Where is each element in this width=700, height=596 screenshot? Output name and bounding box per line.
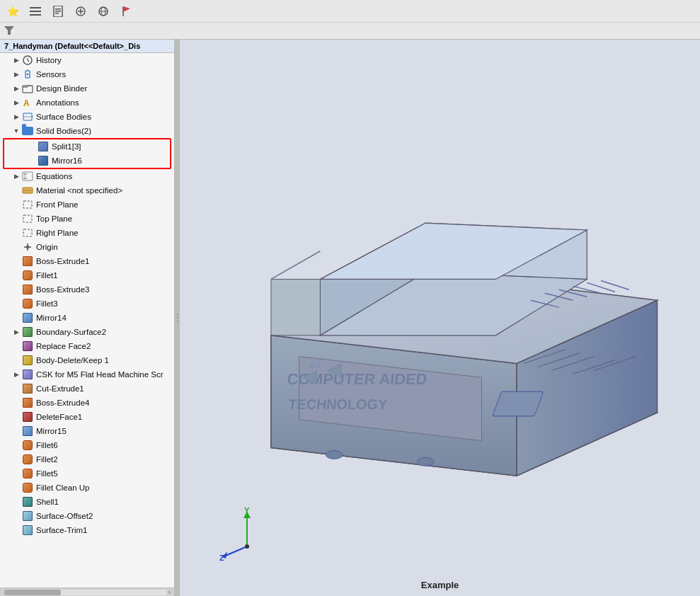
sidebar-item-design-binder[interactable]: Design Binder [0,81,174,96]
3d-viewport[interactable]: COMPUTER AIDED TECHNOLOGY 44 [180,40,700,596]
document-title: 7_Handyman (Default<<Default>_Dis [0,40,174,53]
sidebar-item-label: Sensors [36,70,173,79]
sidebar-item-history[interactable]: History [0,53,174,67]
coordinate-axes: Z Y [219,508,261,557]
sidebar-item-label: Boss-Extrude3 [36,285,173,294]
sidebar-item-label: DeleteFace1 [36,413,173,421]
sidebar-item-shell1[interactable]: Shell1 [0,495,174,509]
sidebar-item-mirror16[interactable]: Mirror16 [4,154,170,168]
svg-text:44: 44 [309,360,321,371]
sidebar-item-boss-extrude3[interactable]: Boss-Extrude3 [0,282,174,297]
sidebar-item-boss-extrude4[interactable]: Boss-Extrude4 [0,396,174,410]
mirror14-icon [21,312,34,323]
sidebar-item-label: Origin [36,243,173,251]
filter-toolbar [0,23,700,40]
svg-marker-14 [123,6,130,12]
sidebar-item-fillet1[interactable]: Fillet1 [0,268,174,282]
sidebar-item-fillet2[interactable]: Fillet2 [0,452,174,466]
mirror16-icon [37,155,50,166]
sidebar-item-label: Design Binder [36,84,173,93]
toolbar-globe-button[interactable] [93,2,113,21]
sensors-icon [21,69,34,80]
fillet1-icon [21,270,34,281]
sidebar-item-label: Equations [36,172,173,180]
sidebar-item-fillet3[interactable]: Fillet3 [0,297,174,311]
boss-extrude4-icon [21,397,34,408]
toolbar-add-button[interactable] [71,2,91,21]
sidebar-item-replace-face2[interactable]: Replace Face2 [0,339,174,353]
expand-arrow [11,98,21,108]
fillet3-icon [21,298,34,309]
front-plane-icon [21,199,34,210]
svg-rect-0 [30,7,41,8]
sidebar-item-label: Front Plane [36,200,173,209]
sidebar-item-surface-bodies[interactable]: Surface Bodies [0,110,174,124]
surface-bodies-icon [21,111,34,122]
svg-rect-59 [493,391,544,416]
fillet6-icon [21,440,34,451]
sidebar-item-boss-extrude1[interactable]: Boss-Extrude1 [0,254,174,268]
svg-rect-1 [30,11,41,12]
sidebar-item-fillet-cleanup[interactable]: Fillet Clean Up [0,481,174,495]
svg-marker-62 [271,279,320,335]
sidebar-item-label: CSK for M5 Flat Head Machine Scr [36,370,173,379]
sidebar-item-body-delete[interactable]: Body-Delete/Keep 1 [0,353,174,367]
expand-arrow [11,84,21,93]
sidebar-item-label: History [36,56,173,64]
fillet2-icon [21,454,34,465]
toolbar-flag-button[interactable] [116,2,136,21]
csk-icon [21,369,34,380]
svg-point-60 [326,450,343,459]
sidebar-item-mirror15[interactable]: Mirror15 [0,424,174,438]
sidebar-item-label: Boss-Extrude1 [36,257,173,265]
svg-text:A: A [23,98,30,108]
sidebar-item-solid-bodies[interactable]: Solid Bodies(2) [0,124,174,138]
sidebar-item-fillet5[interactable]: Fillet5 [0,466,174,481]
shell1-icon [21,496,34,508]
svg-line-63 [271,251,320,280]
toolbar-star-button[interactable]: ⭐ [3,2,23,21]
sidebar-item-boundary-surface2[interactable]: Boundary-Surface2 [0,325,174,339]
sidebar-item-surface-offset2[interactable]: Surface-Offset2 [0,509,174,523]
filter-icon[interactable] [4,25,14,37]
boss-extrude1-icon [21,256,34,267]
svg-rect-6 [55,13,59,14]
sidebar-item-label: Replace Face2 [36,342,173,350]
sidebar-scrollbar[interactable]: › [0,588,174,596]
sidebar-item-top-plane[interactable]: Top Plane [0,212,174,226]
sidebar-item-annotations[interactable]: A Annotations [0,96,174,110]
svg-marker-15 [4,26,14,35]
sidebar-item-label: Body-Delete/Keep 1 [36,356,173,365]
sidebar-item-mirror14[interactable]: Mirror14 [0,311,174,325]
origin-icon [21,241,34,253]
body-delete-icon [21,355,34,366]
sidebar-item-fillet6[interactable]: Fillet6 [0,438,174,452]
main-toolbar: ⭐ [0,0,700,23]
sidebar-item-material[interactable]: Material <not specified> [0,183,174,197]
surface-offset2-icon [21,510,34,522]
toolbar-property-button[interactable] [48,2,68,21]
sidebar-item-cut-extrude1[interactable]: Cut-Extrude1 [0,382,174,396]
sidebar-item-origin[interactable]: Origin [0,240,174,254]
sidebar-item-front-plane[interactable]: Front Plane [0,197,174,212]
sidebar-item-right-plane[interactable]: Right Plane [0,226,174,240]
sidebar-item-surface-trim1[interactable]: Surface-Trim1 [0,523,174,537]
top-plane-icon [21,213,34,224]
sidebar-item-split1[interactable]: Split1[3] [4,139,170,154]
svg-text:Z: Z [219,554,224,561]
sidebar-item-csk[interactable]: CSK for M5 Flat Head Machine Scr [0,367,174,382]
svg-rect-28 [23,215,32,222]
annotations-icon: A [21,97,34,108]
toolbar-tree-button[interactable] [25,2,45,21]
sidebar-item-label: Top Plane [36,214,173,223]
deleteface1-icon [21,411,34,423]
svg-text:Σ: Σ [23,173,28,180]
sidebar-item-equations[interactable]: Σ Equations [0,169,174,183]
sidebar-item-label: Right Plane [36,229,173,237]
sidebar-item-label: Surface-Trim1 [36,526,173,534]
main-content: 7_Handyman (Default<<Default>_Dis Histor… [0,40,700,596]
sidebar-item-sensors[interactable]: Sensors [0,67,174,81]
sidebar-item-deleteface1[interactable]: DeleteFace1 [0,410,174,424]
sidebar-item-label: Material <not specified> [36,186,173,195]
expand-arrow [11,126,21,136]
